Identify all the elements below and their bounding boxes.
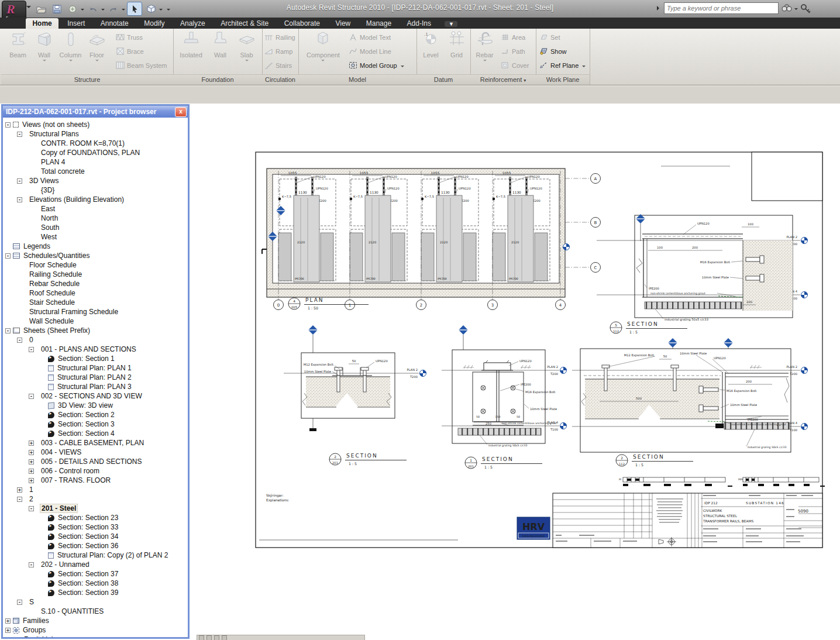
tab-architect-site[interactable]: Architect & Site [214,18,275,29]
tree-item[interactable]: Roof Schedule [3,288,188,298]
tab-home[interactable]: Home [26,18,58,29]
tree-expander-icon[interactable]: - [29,506,34,511]
tab-view[interactable]: View [329,18,357,29]
tree-item[interactable]: S.10 - QUANTITIES [3,607,188,616]
tree-item[interactable]: Floor Schedule [3,260,188,270]
tab-analyze[interactable]: Analyze [174,18,212,29]
beam-system-button[interactable]: Beam System [116,59,172,72]
tree-expander-icon[interactable]: - [5,328,11,333]
tree-item[interactable]: - S [3,597,188,607]
rebar-dropdown-icon[interactable] [483,60,487,63]
tree-item[interactable]: + 007 - TRANS. FLOOR [3,476,188,485]
tree-expander-icon[interactable]: - [17,178,22,184]
tree-item[interactable]: - 202 - Unnamed [3,560,188,569]
tree-item[interactable]: Section: Section 38 [3,579,188,588]
tree-item[interactable]: Structural Plan: PLAN 1 [3,363,188,373]
tree-item[interactable]: Section: Section 33 [3,522,188,532]
tree-item[interactable]: - Sheets (Sheet Prefix) [3,326,188,335]
tree-item[interactable]: Section: Section 36 [3,541,188,550]
tree-expander-icon[interactable]: - [17,197,22,202]
tree-expander-icon[interactable]: + [29,459,34,464]
tree-item[interactable]: East [3,204,188,214]
tree-item[interactable]: Legends [3,242,188,251]
tree-item[interactable]: - Schedules/Quantities [3,251,188,260]
search-input[interactable] [664,2,779,14]
tree-expander-icon[interactable]: - [5,253,11,259]
column-dropdown-icon[interactable] [69,60,73,63]
tree-item[interactable]: - 2 [3,494,188,504]
beam-button[interactable]: Beam [5,30,31,73]
section-viewport-bottomright[interactable]: PLAN 2 T200 PLAN 4 T100 500 [572,338,808,467]
tree-item[interactable]: - 001 - PLANS AND SECTIONS [3,345,188,354]
tree-expander-icon[interactable]: + [17,487,22,493]
tree-item[interactable]: South [3,223,188,232]
grid-button[interactable]: Grid [443,30,470,73]
ramp-button[interactable]: Ramp [264,44,297,58]
floor-dropdown-icon[interactable] [95,60,99,63]
tree-item[interactable]: Stair Schedule [3,298,188,307]
tree-expander-icon[interactable]: - [17,132,22,137]
tree-item[interactable]: + 1 [3,485,188,494]
tree-expander-icon[interactable]: - [29,347,34,352]
view-control-bar[interactable] [197,635,365,640]
model-text-button[interactable]: Model Text [349,30,414,44]
tree-item[interactable]: Section: Section 37 [3,569,188,579]
tree-expander-icon[interactable]: - [17,497,22,502]
wall-button[interactable]: Wall [31,30,57,73]
tree-item[interactable]: + 005 - DETAILS AND SECTIONS [3,457,188,466]
ref-plane-dropdown-icon[interactable] [582,66,586,69]
tree-expander-icon[interactable]: - [17,600,22,605]
tab-collaborate[interactable]: Collaborate [278,18,326,29]
project-browser-titlebar[interactable]: IDP-212-DA-062-001-017.rvt - Project bro… [3,106,188,118]
tree-item[interactable]: Revit Links [3,635,188,637]
column-button[interactable]: Column [57,30,84,73]
panel-label-datum[interactable]: Datum [416,74,470,85]
search-binoculars-icon[interactable] [781,4,793,13]
tab-modify[interactable]: Modify [137,18,171,29]
tree-item[interactable]: West [3,232,188,242]
tree-item[interactable]: Railing Schedule [3,270,188,279]
model-group-button[interactable]: Model Group [349,59,414,72]
infocenter-collapse-icon[interactable] [657,6,662,11]
tree-item[interactable]: Total concrete [3,167,188,176]
wall-dropdown-icon[interactable] [43,60,46,63]
tree-item[interactable]: Section: Section 4 [3,429,188,438]
area-button[interactable]: Area [501,30,533,44]
tree-item[interactable]: - Views (not on sheets) [3,120,188,129]
tree-item[interactable]: - 3D Views [3,176,188,185]
slab-button[interactable]: Slab [233,30,260,73]
tree-item[interactable]: Structural Plan: Copy (2) of PLAN 2 [3,550,188,560]
model-line-button[interactable]: Model Line [349,44,414,58]
show-button[interactable]: Show [539,44,587,58]
set-button[interactable]: Set [539,30,587,44]
search-dropdown-icon[interactable] [794,8,798,12]
tree-expander-icon[interactable]: - [29,394,34,399]
close-icon[interactable]: x [175,107,187,117]
component-dropdown-icon[interactable] [321,60,325,63]
tree-item[interactable]: Rebar Schedule [3,279,188,288]
railing-button[interactable]: Railing [264,30,297,44]
tree-item[interactable]: + Groups [3,625,188,635]
tree-expander-icon[interactable]: + [29,469,34,474]
truss-button[interactable]: Truss [116,30,172,44]
ref-plane-button[interactable]: Ref Plane [539,59,587,72]
tree-item[interactable]: Structural Plan: PLAN 2 [3,373,188,382]
tree-item[interactable]: Structural Plan: PLAN 3 [3,382,188,391]
panel-label-circulation[interactable]: Circulation [262,74,298,85]
sheet-canvas[interactable]: 1055 UPN120 1130 UPN120 IPE200 K=7,5 [193,103,840,640]
tree-item[interactable]: Section: Section 23 [3,513,188,522]
reinforcement-panel-dropdown-icon[interactable]: ▾ [524,78,526,83]
tree-item[interactable]: + 006 - Control room [3,466,188,476]
tree-item[interactable]: Section: Section 2 [3,410,188,419]
model-group-dropdown-icon[interactable] [401,66,404,69]
brace-button[interactable]: Brace [116,44,172,58]
tree-item[interactable]: {3D} [3,185,188,195]
tree-item[interactable]: + 003 - CABLE BASEMENT, PLAN [3,438,188,448]
tree-item[interactable]: Structural Framing Schedule [3,307,188,316]
panel-label-model[interactable]: Model [298,74,416,85]
tree-item[interactable]: Section: Section 34 [3,532,188,541]
slab-dropdown-icon[interactable] [245,60,249,63]
panel-label-structure[interactable]: Structure [1,74,173,85]
tab-annotate[interactable]: Annotate [94,18,135,29]
tree-expander-icon[interactable]: + [29,450,34,455]
